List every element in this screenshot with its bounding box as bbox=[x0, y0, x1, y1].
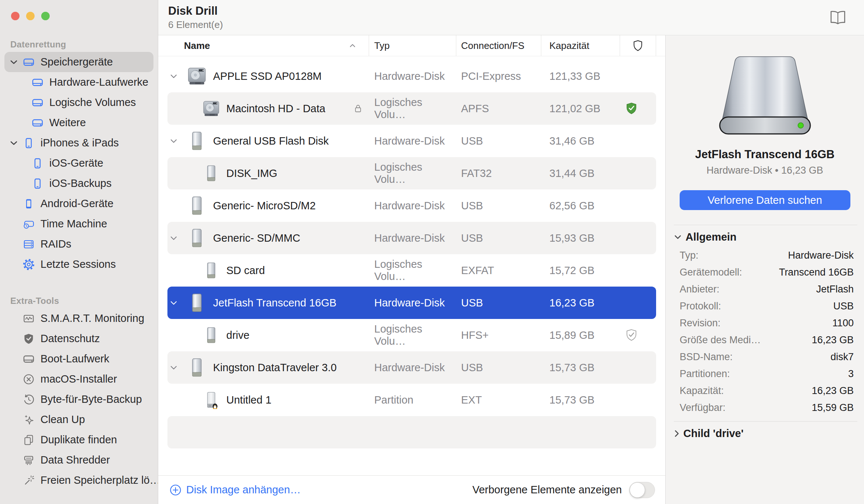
section-allgemein[interactable]: Allgemein bbox=[666, 225, 864, 247]
sidebar-item-logische-volumes[interactable]: Logische Volumes bbox=[4, 92, 153, 113]
minimize-window-button[interactable] bbox=[26, 12, 35, 20]
sidebar-item-label: S.M.A.R.T. Monitoring bbox=[40, 312, 144, 324]
chevron-down-icon[interactable] bbox=[167, 301, 186, 305]
device-name: Generic- SD/MMC bbox=[213, 232, 300, 244]
external-drive-icon bbox=[22, 56, 35, 68]
sidebar-item-label: Boot-Laufwerk bbox=[40, 353, 109, 365]
sidebar-item-byte-backup[interactable]: Byte-für-Byte-Backup bbox=[4, 389, 153, 409]
sidebar-item-android-geraete[interactable]: Android-Geräte bbox=[4, 194, 153, 214]
table-row[interactable]: drive Logisches Volu… HFS+ 15,89 GB bbox=[167, 319, 656, 351]
knowledge-base-icon[interactable] bbox=[829, 10, 846, 25]
show-hidden-items-label: Verborgene Elemente anzeigen bbox=[472, 484, 622, 496]
clock-backup-icon bbox=[22, 393, 35, 406]
sidebar-item-label: iPhones & iPads bbox=[40, 137, 119, 149]
sidebar-item-freien-speicherplatz[interactable]: Freien Speicherplatz lö… bbox=[4, 470, 153, 490]
column-header-protection[interactable] bbox=[620, 35, 656, 56]
table-row[interactable]: Generic- SD/MMC Hardware-Disk USB 15,93 … bbox=[167, 222, 656, 254]
table-row[interactable]: DISK_IMG Logisches Volu… FAT32 31,44 GB bbox=[167, 157, 656, 189]
sidebar-item-label: Freien Speicherplatz lö… bbox=[40, 474, 158, 486]
search-lost-data-button[interactable]: Verlorene Daten suchen bbox=[680, 190, 850, 210]
android-phone-icon bbox=[22, 198, 35, 210]
device-fs: FAT32 bbox=[456, 167, 541, 180]
detail-row: Revision: 1100 bbox=[666, 315, 864, 331]
device-fs: HFS+ bbox=[456, 329, 541, 341]
device-table: Name Typ Connection/FS Kapazität APPLE S… bbox=[158, 35, 665, 504]
device-typ: Hardware-Disk bbox=[369, 297, 456, 309]
section-child-drive[interactable]: Child 'drive' bbox=[666, 422, 864, 443]
sidebar-item-label: Datenschutz bbox=[40, 333, 100, 345]
sidebar-item-smart-monitoring[interactable]: S.M.A.R.T. Monitoring bbox=[4, 308, 153, 329]
usb-stick-icon bbox=[201, 261, 221, 280]
detail-row: Verfügbar: 15,59 GB bbox=[666, 399, 864, 416]
table-row[interactable]: Macintosh HD - Data Logisches Volu… APFS… bbox=[167, 92, 656, 125]
sidebar-item-label: Duplikate finden bbox=[40, 434, 117, 446]
sidebar-item-ios-backups[interactable]: iOS-Backups bbox=[4, 173, 153, 194]
device-fs: EXT bbox=[456, 394, 541, 406]
sidebar-item-clean-up[interactable]: Clean Up bbox=[4, 409, 153, 430]
sidebar-item-label: Byte-für-Byte-Backup bbox=[40, 393, 142, 405]
sidebar-item-label: Time Machine bbox=[40, 218, 107, 230]
boot-drive-icon bbox=[22, 353, 35, 365]
titlebar: Disk Drill 6 Element(e) bbox=[158, 0, 864, 35]
sidebar-item-duplikate-finden[interactable]: Duplikate finden bbox=[4, 430, 153, 450]
table-row[interactable]: Untitled 1 Partition EXT 15,73 GB bbox=[167, 384, 656, 416]
chevron-down-icon[interactable] bbox=[167, 236, 186, 240]
device-fs: USB bbox=[456, 297, 541, 309]
sidebar-item-macos-installer[interactable]: macOS-Installer bbox=[4, 369, 153, 389]
zoom-window-button[interactable] bbox=[41, 12, 50, 20]
sidebar-item-hardware-laufwerke[interactable]: Hardware-Laufwerke bbox=[4, 72, 153, 92]
chevron-down-icon[interactable] bbox=[167, 74, 186, 78]
sidebar-item-data-shredder[interactable]: Data Shredder bbox=[4, 450, 153, 470]
table-header: Name Typ Connection/FS Kapazität bbox=[158, 35, 665, 56]
detail-panel: JetFlash Transcend 16GB Hardware-Disk • … bbox=[665, 35, 864, 504]
sidebar-item-weitere[interactable]: Weitere bbox=[4, 113, 153, 133]
smart-monitoring-icon bbox=[22, 312, 35, 325]
device-fs: APFS bbox=[456, 103, 541, 115]
column-header-name[interactable]: Name bbox=[167, 35, 369, 56]
sidebar-item-ios-geraete[interactable]: iOS-Geräte bbox=[4, 153, 153, 173]
table-row[interactable]: SD card Logisches Volu… EXFAT 15,72 GB bbox=[167, 254, 656, 287]
sidebar-item-datenschutz[interactable]: Datenschutz bbox=[4, 329, 153, 349]
show-hidden-items-toggle[interactable] bbox=[629, 482, 655, 498]
chevron-down-icon[interactable] bbox=[10, 141, 22, 145]
table-row[interactable]: Kingston DataTraveler 3.0 Hardware-Disk … bbox=[167, 351, 656, 384]
sidebar-section-extra-tools: Extra-Tools bbox=[10, 296, 158, 306]
privacy-shield-icon bbox=[22, 333, 35, 345]
external-drive-icon bbox=[31, 96, 44, 109]
sidebar-item-label: RAIDs bbox=[40, 238, 71, 250]
sidebar-item-letzte-sessions[interactable]: Letzte Sessions bbox=[4, 254, 153, 274]
chevron-down-icon[interactable] bbox=[167, 366, 186, 370]
device-capacity: 15,93 GB bbox=[541, 232, 620, 244]
usb-stick-icon bbox=[186, 195, 208, 216]
sidebar-item-raids[interactable]: RAIDs bbox=[4, 234, 153, 254]
column-header-typ[interactable]: Typ bbox=[369, 35, 456, 56]
device-capacity: 121,02 GB bbox=[541, 103, 620, 115]
close-window-button[interactable] bbox=[11, 12, 20, 20]
detail-row: Kapazität: 16,23 GB bbox=[666, 382, 864, 399]
table-row-selected[interactable]: JetFlash Transcend 16GB Hardware-Disk US… bbox=[167, 287, 656, 319]
column-header-connection-fs[interactable]: Connection/FS bbox=[456, 35, 541, 56]
window-controls bbox=[11, 12, 158, 20]
device-fs: USB bbox=[456, 232, 541, 244]
sparkles-icon bbox=[22, 414, 35, 426]
table-row[interactable]: General USB Flash Disk Hardware-Disk USB… bbox=[167, 125, 656, 157]
sidebar-item-speichergeraete[interactable]: Speichergeräte bbox=[4, 52, 153, 72]
sidebar-item-time-machine[interactable]: Time Machine bbox=[4, 214, 153, 234]
table-row[interactable]: APPLE SSD AP0128M Hardware-Disk PCI-Expr… bbox=[167, 60, 656, 92]
shredder-icon bbox=[22, 454, 35, 466]
device-typ: Logisches Volu… bbox=[369, 96, 456, 121]
detail-row: BSD-Name: disk7 bbox=[666, 348, 864, 365]
sidebar-item-iphones-ipads[interactable]: iPhones & iPads bbox=[4, 133, 153, 153]
usb-stick-icon bbox=[201, 164, 221, 182]
device-capacity: 31,46 GB bbox=[541, 135, 620, 147]
chevron-down-icon[interactable] bbox=[167, 139, 186, 143]
device-typ: Hardware-Disk bbox=[369, 200, 456, 212]
device-typ: Partition bbox=[369, 394, 456, 406]
detail-row: Größe des Medi… 16,23 GB bbox=[666, 331, 864, 348]
sidebar-item-boot-laufwerk[interactable]: Boot-Laufwerk bbox=[4, 349, 153, 369]
chevron-down-icon[interactable] bbox=[10, 60, 22, 64]
device-capacity: 15,73 GB bbox=[541, 394, 620, 406]
column-header-kapazitaet[interactable]: Kapazität bbox=[541, 35, 620, 56]
attach-disk-image-link[interactable]: Disk Image anhängen… bbox=[169, 484, 301, 496]
table-row[interactable]: Generic- MicroSD/M2 Hardware-Disk USB 62… bbox=[167, 189, 656, 222]
